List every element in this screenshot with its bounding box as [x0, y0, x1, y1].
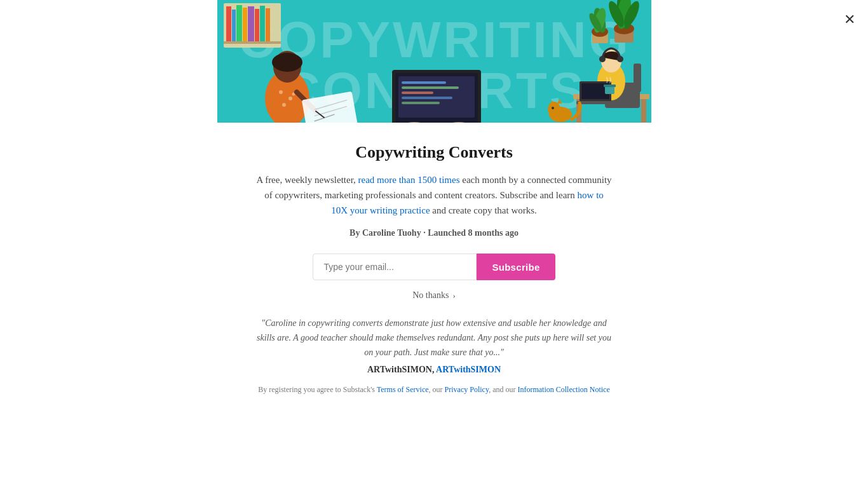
svg-point-14	[279, 90, 283, 94]
close-button[interactable]: ✕	[844, 13, 855, 27]
testimonial-author-text: ARTwithSIMON,	[367, 365, 436, 374]
newsletter-description: A free, weekly newsletter, read more tha…	[255, 172, 613, 218]
testimonial-text: "Caroline in copywriting converts demons…	[255, 316, 613, 360]
svg-rect-67	[604, 85, 616, 87]
modal-container: COPYWRITING CONVERTS	[217, 0, 651, 420]
email-input[interactable]	[313, 254, 477, 280]
author-info: By Caroline Tuohy · Launched 8 months ag…	[255, 228, 613, 238]
svg-rect-32	[402, 97, 452, 99]
chevron-right-icon: ›	[452, 290, 455, 301]
legal-and: , our	[429, 385, 445, 394]
svg-rect-4	[226, 6, 231, 41]
subscribe-button[interactable]: Subscribe	[477, 254, 555, 280]
content-area: Copywriting Converts A free, weekly news…	[217, 123, 651, 395]
svg-rect-11	[266, 8, 270, 41]
privacy-link[interactable]: Privacy Policy	[445, 385, 489, 394]
svg-rect-31	[402, 92, 433, 94]
legal-text: By registering you agree to Substack's T…	[255, 385, 613, 395]
svg-rect-5	[232, 10, 236, 41]
svg-rect-9	[255, 9, 259, 41]
terms-link[interactable]: Terms of Service	[377, 385, 429, 394]
modal-overlay: ✕ COPYWRITING CONVERTS	[0, 0, 868, 488]
svg-point-65	[552, 107, 554, 109]
svg-point-56	[617, 56, 623, 62]
svg-rect-30	[402, 86, 459, 89]
no-thanks-row: No thanks ›	[255, 290, 613, 301]
description-part3: and create copy that works.	[430, 205, 537, 215]
legal-and2: , and our	[489, 385, 517, 394]
svg-rect-60	[576, 101, 614, 104]
svg-point-55	[599, 56, 606, 62]
hero-banner: COPYWRITING CONVERTS	[217, 0, 651, 123]
svg-rect-12	[224, 41, 281, 44]
no-thanks-link[interactable]: No thanks	[412, 290, 449, 301]
svg-rect-10	[260, 6, 265, 41]
testimonial-author-link[interactable]: ARTwithSIMON	[436, 365, 501, 374]
svg-rect-50	[641, 99, 646, 123]
svg-rect-6	[236, 5, 242, 41]
legal-prefix: By registering you agree to Substack's	[258, 385, 377, 394]
description-link1[interactable]: read more than 1500 times	[358, 175, 460, 185]
svg-rect-52	[634, 64, 641, 92]
svg-point-15	[288, 97, 292, 100]
svg-rect-33	[402, 102, 440, 104]
svg-rect-7	[243, 8, 247, 41]
description-part1: A free, weekly newsletter,	[256, 175, 358, 185]
svg-point-16	[282, 103, 286, 107]
svg-point-19	[272, 53, 302, 72]
info-link[interactable]: Information Collection Notice	[517, 385, 609, 394]
svg-rect-29	[402, 81, 446, 84]
subscribe-form: Subscribe	[255, 254, 613, 280]
testimonial-author: ARTwithSIMON, ARTwithSIMON	[255, 365, 613, 375]
newsletter-title: Copywriting Converts	[255, 143, 613, 162]
svg-rect-8	[248, 6, 254, 41]
